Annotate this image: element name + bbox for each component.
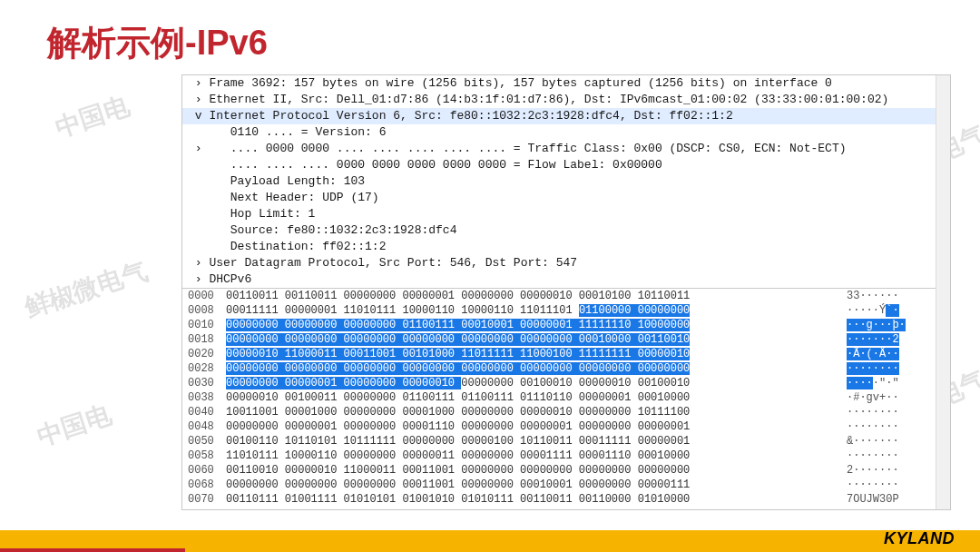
- hex-line[interactable]: 005000100110 10110101 10111111 00000000 …: [182, 434, 950, 448]
- watermark: 中国电: [51, 89, 134, 145]
- hex-dump-pane[interactable]: 000000110011 00110011 00000000 00000001 …: [182, 288, 950, 509]
- wireshark-panel: › Frame 3692: 157 bytes on wire (1256 bi…: [181, 74, 951, 510]
- tree-row[interactable]: Destination: ff02::1:2: [182, 239, 950, 255]
- hex-line[interactable]: 005811010111 10000110 00000000 00000011 …: [182, 448, 950, 463]
- hex-line[interactable]: 006800000000 00000000 00000000 00011001 …: [182, 478, 950, 492]
- tree-row[interactable]: › User Datagram Protocol, Src Port: 546,…: [182, 255, 950, 271]
- footer-accent: [0, 548, 185, 552]
- tree-row[interactable]: Next Header: UDP (17): [182, 190, 950, 206]
- tree-row[interactable]: Payload Length: 103: [182, 173, 950, 190]
- hex-line[interactable]: 001800000000 00000000 00000000 00000000 …: [182, 332, 950, 347]
- slide-title: 解析示例-IPv6: [47, 20, 268, 66]
- hex-line[interactable]: 007000110111 01001111 01010101 01001010 …: [182, 492, 950, 507]
- scrollbar[interactable]: [936, 288, 950, 509]
- watermark: 鲜椒微电气: [21, 253, 152, 325]
- tree-row[interactable]: v Internet Protocol Version 6, Src: fe80…: [182, 108, 950, 124]
- hex-line[interactable]: 002800000000 00000000 00000000 00000000 …: [182, 361, 950, 376]
- tree-row[interactable]: › Ethernet II, Src: Dell_01:d7:86 (14:b3…: [182, 92, 950, 108]
- hex-line[interactable]: 000000110011 00110011 00000000 00000001 …: [182, 289, 950, 303]
- protocol-tree[interactable]: › Frame 3692: 157 bytes on wire (1256 bi…: [182, 75, 950, 288]
- hex-line[interactable]: 004800000000 00000001 00000000 00001110 …: [182, 419, 950, 434]
- hex-line[interactable]: 004010011001 00001000 00000000 00001000 …: [182, 405, 950, 419]
- hex-line[interactable]: 003800000010 00100011 00000000 01100111 …: [182, 390, 950, 405]
- hex-line[interactable]: 000800011111 00000001 11010111 10000110 …: [182, 303, 950, 318]
- brand-logo: KYLAND: [884, 529, 955, 548]
- hex-line[interactable]: 002000000010 11000011 00011001 00101000 …: [182, 347, 950, 361]
- slide-root: 解析示例-IPv6 中国电 中国电科网 鲜椒微电气 椒微电气 中国电 椒微电气 …: [0, 0, 980, 552]
- tree-row[interactable]: 0110 .... = Version: 6: [182, 124, 950, 141]
- hex-line[interactable]: 001000000000 00000000 00000000 01100111 …: [182, 318, 950, 332]
- tree-row[interactable]: Source: fe80::1032:2c3:1928:dfc4: [182, 222, 950, 239]
- hex-line[interactable]: 003000000000 00000001 00000000 00000010 …: [182, 376, 950, 390]
- tree-row[interactable]: › Frame 3692: 157 bytes on wire (1256 bi…: [182, 75, 950, 92]
- tree-row[interactable]: .... .... .... 0000 0000 0000 0000 0000 …: [182, 157, 950, 173]
- tree-row[interactable]: › DHCPv6: [182, 271, 950, 288]
- tree-row[interactable]: Hop Limit: 1: [182, 206, 950, 222]
- tree-row[interactable]: › .... 0000 0000 .... .... .... .... ...…: [182, 141, 950, 157]
- watermark: 中国电: [33, 398, 116, 454]
- hex-line[interactable]: 006000110010 00000010 11000011 00011001 …: [182, 463, 950, 478]
